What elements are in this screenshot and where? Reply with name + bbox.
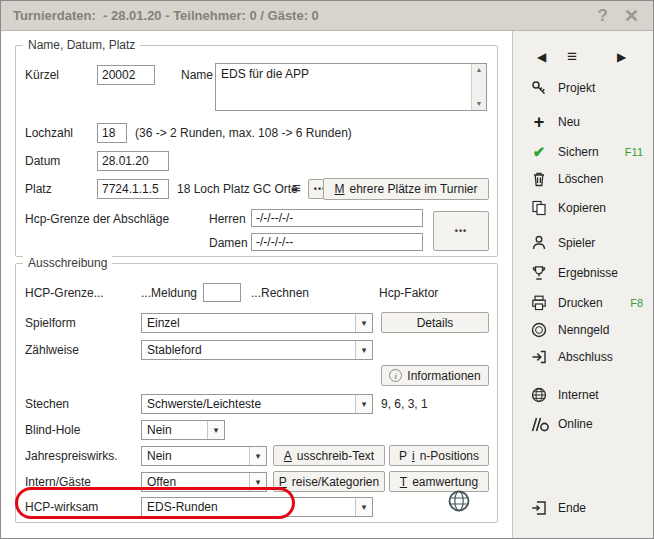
scroll-down-icon[interactable]: ▼ bbox=[476, 100, 483, 108]
scroll-up-icon[interactable]: ▲ bbox=[476, 66, 483, 74]
meldung-label: ...Meldung bbox=[141, 286, 197, 300]
exit-icon bbox=[529, 499, 549, 517]
copy-icon bbox=[529, 199, 549, 217]
chevron-down-icon: ▾ bbox=[249, 447, 266, 465]
lochzahl-hint: (36 -> 2 Runden, max. 108 -> 6 Runden) bbox=[135, 126, 352, 140]
datum-input[interactable] bbox=[97, 151, 169, 171]
spielform-value: Einzel bbox=[142, 316, 355, 330]
hcp-faktor-label: Hcp-Faktor bbox=[379, 286, 438, 300]
sidebar-item-neu[interactable]: + Neu bbox=[529, 111, 649, 133]
lochzahl-input[interactable] bbox=[97, 123, 127, 143]
help-button[interactable]: ? bbox=[590, 6, 616, 26]
trophy-icon bbox=[529, 264, 549, 282]
check-icon: ✔ bbox=[529, 144, 549, 160]
zaehlweise-select[interactable]: Stableford ▾ bbox=[141, 340, 373, 360]
hcp-wirksam-select[interactable]: EDS-Runden ▾ bbox=[141, 497, 373, 517]
sidebar-nav: ◀ ≡ ▶ bbox=[513, 47, 653, 69]
sidebar-item-kopieren[interactable]: Kopieren bbox=[529, 197, 649, 219]
jahrespreiswirks-select[interactable]: Nein ▾ bbox=[141, 446, 267, 466]
damen-label: Damen bbox=[209, 236, 248, 250]
sidebar-item-drucken[interactable]: Drucken F8 bbox=[529, 292, 649, 314]
sidebar-item-sichern[interactable]: ✔ Sichern F11 bbox=[529, 141, 649, 163]
details-button[interactable]: Details bbox=[381, 312, 489, 333]
chevron-down-icon: ▾ bbox=[355, 341, 372, 359]
sidebar-item-projekt[interactable]: Projekt bbox=[529, 77, 649, 99]
platz-input[interactable] bbox=[97, 179, 169, 199]
rechnen-label: ...Rechnen bbox=[251, 286, 309, 300]
window-title: Turnierdaten: - 28.01.20 - Teilnehmer: 0… bbox=[13, 8, 319, 23]
damen-input[interactable] bbox=[251, 233, 423, 251]
platz-course-name: 18 Loch Platz GC Orte bbox=[177, 182, 298, 196]
name-field-value: EDS für die APP bbox=[216, 64, 471, 110]
pin-positions-button[interactable]: Pin-Positions bbox=[389, 445, 489, 466]
sidebar-item-nenngeld[interactable]: Nenngeld bbox=[529, 319, 649, 341]
online-icon bbox=[529, 417, 549, 432]
datum-label: Datum bbox=[25, 154, 60, 168]
teamwertung-button[interactable]: Teamwertung bbox=[389, 471, 489, 492]
platz-list-icon[interactable]: ≡ bbox=[292, 179, 301, 197]
stechen-label: Stechen bbox=[25, 397, 69, 411]
sidebar-item-ende[interactable]: Ende bbox=[529, 497, 649, 519]
hotkey-label: F8 bbox=[630, 297, 649, 309]
chevron-down-icon: ▾ bbox=[249, 473, 266, 491]
stechen-order: 9, 6, 3, 1 bbox=[381, 397, 428, 411]
chevron-down-icon: ▾ bbox=[207, 421, 224, 439]
herren-input[interactable] bbox=[251, 209, 423, 227]
zaehlweise-value: Stableford bbox=[142, 343, 355, 357]
intern-gaeste-value: Offen bbox=[142, 475, 249, 489]
sidebar-item-internet[interactable]: Internet bbox=[529, 384, 649, 406]
coin-icon bbox=[529, 321, 549, 339]
intern-gaeste-select[interactable]: Offen ▾ bbox=[141, 472, 267, 492]
sidebar-item-abschluss[interactable]: Abschluss bbox=[529, 346, 649, 368]
sidebar-item-loeschen[interactable]: Löschen bbox=[529, 168, 649, 190]
title-bar: Turnierdaten: - 28.01.20 - Teilnehmer: 0… bbox=[1, 1, 653, 31]
blind-hole-select[interactable]: Nein ▾ bbox=[141, 420, 225, 440]
nav-back-icon[interactable]: ◀ bbox=[537, 50, 546, 64]
informationen-button[interactable]: i Informationen bbox=[381, 365, 489, 386]
stechen-value: Schwerste/Leichteste bbox=[142, 397, 355, 411]
hcp-grenze-more-button[interactable]: ••• bbox=[433, 211, 489, 251]
globe-icon bbox=[529, 386, 549, 404]
kuerzel-input[interactable] bbox=[97, 65, 155, 85]
person-icon bbox=[529, 234, 549, 252]
key-icon bbox=[529, 79, 549, 97]
meldung-input[interactable] bbox=[203, 283, 241, 302]
preise-kategorien-button[interactable]: Preise/Kategorien bbox=[273, 471, 385, 492]
jahrespreiswirks-label: Jahrespreiswirks. bbox=[25, 449, 118, 463]
world-help-icon[interactable] bbox=[447, 489, 471, 517]
close-button[interactable]: ✕ bbox=[616, 5, 641, 27]
hcp-grenze-label: HCP-Grenze... bbox=[25, 286, 104, 300]
sidebar-item-spieler[interactable]: Spieler bbox=[529, 232, 649, 254]
trash-icon bbox=[529, 170, 549, 188]
lochzahl-label: Lochzahl bbox=[25, 126, 73, 140]
spielform-label: Spielform bbox=[25, 316, 76, 330]
plus-icon: + bbox=[529, 113, 549, 131]
nav-forward-icon[interactable]: ▶ bbox=[617, 50, 626, 64]
scrollbar[interactable]: ▲ ▼ bbox=[471, 64, 486, 110]
turnierdaten-window: Turnierdaten: - 28.01.20 - Teilnehmer: 0… bbox=[0, 0, 654, 539]
stechen-select[interactable]: Schwerste/Leichteste ▾ bbox=[141, 394, 373, 414]
sidebar: ◀ ≡ ▶ Projekt + Neu ✔ Sichern F11 Lösche… bbox=[512, 31, 653, 538]
spielform-select[interactable]: Einzel ▾ bbox=[141, 313, 373, 333]
hcp-grenze-abschlaege-label: Hcp-Grenze der Abschläge bbox=[25, 212, 169, 226]
mehrere-plaetze-button[interactable]: Mehrere Plätze im Turnier bbox=[323, 178, 489, 200]
name-label: Name bbox=[181, 68, 213, 82]
hotkey-label: F11 bbox=[625, 146, 649, 158]
finish-icon bbox=[529, 348, 549, 366]
printer-icon bbox=[529, 294, 549, 312]
platz-label: Platz bbox=[25, 182, 52, 196]
name-field[interactable]: EDS für die APP ▲ ▼ bbox=[215, 63, 487, 111]
ausschreib-text-button[interactable]: Ausschreib-Text bbox=[273, 445, 385, 466]
informationen-button-label: Informationen bbox=[407, 369, 480, 383]
hcp-wirksam-label: HCP-wirksam bbox=[25, 500, 98, 514]
jahrespreiswirks-value: Nein bbox=[142, 449, 249, 463]
menu-icon[interactable]: ≡ bbox=[567, 47, 577, 67]
sidebar-item-online[interactable]: Online bbox=[529, 413, 649, 435]
zaehlweise-label: Zählweise bbox=[25, 343, 79, 357]
blind-hole-label: Blind-Hole bbox=[25, 423, 80, 437]
sidebar-item-ergebnisse[interactable]: Ergebnisse bbox=[529, 262, 649, 284]
group-ausschreibung-legend: Ausschreibung bbox=[23, 256, 112, 270]
chevron-down-icon: ▾ bbox=[355, 395, 372, 413]
hcp-wirksam-value: EDS-Runden bbox=[142, 500, 355, 514]
group-name-legend: Name, Datum, Platz bbox=[23, 38, 140, 52]
